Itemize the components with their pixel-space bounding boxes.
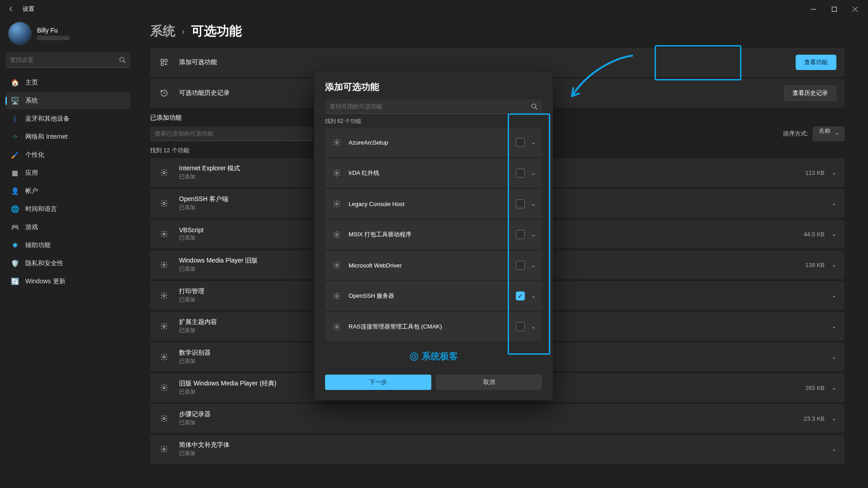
- breadcrumb-current: 可选功能: [191, 23, 242, 40]
- sidebar-item-update[interactable]: 🔄Windows 更新: [5, 273, 130, 290]
- svg-point-1: [120, 57, 124, 61]
- feature-icon: [158, 261, 170, 269]
- sidebar-item-accounts[interactable]: 👤帐户: [5, 183, 130, 200]
- svg-point-12: [163, 387, 165, 389]
- feature-icon: [331, 323, 342, 331]
- feature-status: 已添加: [179, 419, 211, 427]
- chevron-down-icon[interactable]: ⌄: [832, 446, 836, 452]
- breadcrumb-parent[interactable]: 系统: [150, 23, 175, 40]
- svg-point-10: [163, 325, 165, 328]
- sidebar-item-home[interactable]: 🏠主页: [5, 74, 130, 91]
- feature-status: 已添加: [179, 327, 217, 334]
- maximize-button[interactable]: [824, 2, 844, 16]
- dialog-feature-row[interactable]: Legacy Console Host ⌄: [325, 189, 542, 218]
- feature-checkbox[interactable]: [516, 322, 525, 331]
- close-button[interactable]: [844, 2, 865, 16]
- svg-point-23: [410, 352, 418, 360]
- feature-status: 已添加: [179, 296, 204, 304]
- feature-checkbox[interactable]: [516, 169, 525, 178]
- svg-point-6: [163, 202, 165, 205]
- feature-status: 已添加: [179, 357, 211, 365]
- svg-point-19: [336, 234, 338, 236]
- breadcrumb: 系统 › 可选功能: [150, 23, 844, 40]
- svg-point-24: [412, 355, 415, 358]
- next-button[interactable]: 下一步: [325, 375, 431, 390]
- chevron-down-icon[interactable]: ⌄: [531, 293, 536, 299]
- minimize-button[interactable]: [803, 2, 824, 16]
- feature-checkbox[interactable]: ✓: [516, 291, 525, 300]
- user-sub-redacted: [37, 36, 70, 40]
- chevron-down-icon[interactable]: ⌄: [531, 324, 536, 330]
- dialog-list[interactable]: AzureArcSetup ⌄ IrDA 红外线 ⌄ Legacy Consol…: [325, 128, 542, 350]
- chevron-down-icon[interactable]: ⌄: [832, 354, 836, 360]
- svg-point-18: [336, 203, 338, 205]
- dialog-feature-row[interactable]: MSIX 打包工具驱动程序 ⌄: [325, 220, 542, 249]
- svg-point-8: [163, 264, 165, 266]
- dialog-feature-label: Microsoft WebDriver: [349, 262, 402, 269]
- installed-item[interactable]: 简体中文补充字体 已添加 ⌄: [150, 435, 844, 464]
- sidebar-item-label: 网络和 Internet: [25, 133, 67, 141]
- chevron-down-icon[interactable]: ⌄: [832, 169, 836, 176]
- dialog-feature-row[interactable]: IrDA 红外线 ⌄: [325, 159, 542, 188]
- feature-checkbox[interactable]: [516, 230, 525, 239]
- accessibility-icon: ✱: [11, 241, 19, 249]
- feature-icon: [158, 291, 170, 300]
- installed-item[interactable]: 步骤记录器 已添加 23.3 KB ⌄: [150, 404, 844, 433]
- chevron-down-icon[interactable]: ⌄: [531, 262, 536, 268]
- sidebar-item-personalize[interactable]: 🖌️个性化: [5, 146, 130, 164]
- sort-dropdown[interactable]: 名称: [813, 127, 844, 141]
- installed-search-input[interactable]: [150, 127, 313, 141]
- chevron-down-icon[interactable]: ⌄: [832, 415, 836, 422]
- feature-checkbox[interactable]: [516, 261, 525, 270]
- feature-size: 23.3 KB: [804, 415, 825, 422]
- dialog-search-input[interactable]: [325, 99, 542, 114]
- cancel-button[interactable]: 取消: [436, 375, 542, 390]
- back-button[interactable]: [3, 1, 19, 17]
- user-block[interactable]: Billy Fu: [5, 18, 130, 52]
- feature-status: 已添加: [179, 234, 203, 242]
- chevron-down-icon[interactable]: ⌄: [832, 231, 836, 237]
- dialog-search: [325, 99, 542, 114]
- sidebar-item-gaming[interactable]: 🎮游戏: [5, 219, 130, 236]
- chevron-down-icon[interactable]: ⌄: [832, 200, 836, 206]
- chevron-down-icon[interactable]: ⌄: [531, 201, 536, 207]
- feature-icon: [331, 138, 342, 146]
- chevron-down-icon[interactable]: ⌄: [832, 292, 836, 299]
- window-title: 设置: [23, 5, 34, 13]
- chevron-down-icon[interactable]: ⌄: [832, 262, 836, 268]
- feature-title: 简体中文补充字体: [179, 441, 230, 449]
- feature-icon: [158, 169, 170, 177]
- feature-icon: [331, 169, 342, 177]
- system-icon: 🖥️: [11, 97, 19, 105]
- sidebar-item-network[interactable]: ⌔网络和 Internet: [5, 128, 130, 145]
- search-input[interactable]: [5, 52, 130, 68]
- feature-icon: [158, 353, 170, 361]
- chevron-down-icon[interactable]: ⌄: [832, 323, 836, 329]
- feature-checkbox[interactable]: [516, 199, 525, 208]
- sidebar-item-time[interactable]: 🌐时间和语言: [5, 201, 130, 218]
- feature-status: 已添加: [179, 450, 230, 457]
- search-icon: [530, 103, 538, 113]
- chevron-down-icon[interactable]: ⌄: [531, 139, 536, 145]
- feature-checkbox[interactable]: [516, 138, 525, 147]
- avatar: [8, 22, 32, 45]
- dialog-feature-row[interactable]: AzureArcSetup ⌄: [325, 128, 542, 157]
- sidebar-item-bluetooth[interactable]: ᛒ蓝牙和其他设备: [5, 110, 130, 127]
- sidebar-item-privacy[interactable]: 🛡️隐私和安全性: [5, 255, 130, 272]
- dialog-feature-row[interactable]: OpenSSH 服务器 ✓ ⌄: [325, 282, 542, 310]
- sidebar-item-system[interactable]: 🖥️系统: [5, 92, 130, 109]
- sidebar-item-access[interactable]: ✱辅助功能: [5, 237, 130, 254]
- view-features-button[interactable]: 查看功能: [796, 55, 836, 70]
- chevron-down-icon[interactable]: ⌄: [531, 231, 536, 238]
- svg-point-16: [336, 141, 338, 144]
- svg-rect-4: [161, 63, 163, 66]
- dialog-feature-row[interactable]: Microsoft WebDriver ⌄: [325, 251, 542, 280]
- feature-size: 139 KB: [805, 262, 825, 268]
- gamepad-icon: 🎮: [11, 223, 19, 231]
- sidebar-item-apps[interactable]: ▦应用: [5, 164, 130, 182]
- chevron-down-icon[interactable]: ⌄: [531, 170, 536, 176]
- dialog-feature-row[interactable]: RAS连接管理器管理工具包 (CMAK) ⌄: [325, 312, 542, 341]
- chevron-down-icon[interactable]: ⌄: [832, 385, 836, 391]
- view-history-button[interactable]: 查看历史记录: [784, 85, 836, 101]
- svg-point-22: [336, 326, 338, 328]
